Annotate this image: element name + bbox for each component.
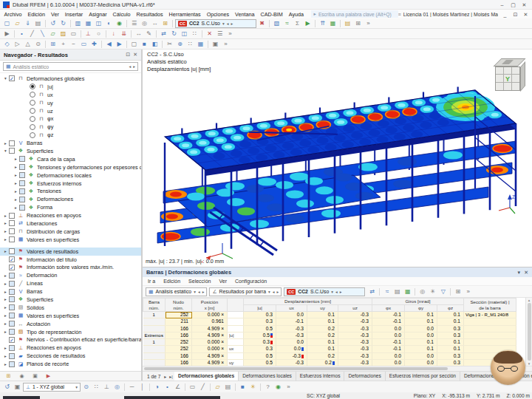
mdi-minimize-button[interactable]: _ [500,10,510,18]
tree-item[interactable]: ⊓ux [0,91,141,99]
close-panel-icon[interactable]: ✕ [133,52,137,58]
tree-item[interactable]: ▸❖Deformaciones locales [0,171,141,180]
model-viewport[interactable]: CC2 - S.C.Uso Análisis estático Desplaza… [143,50,532,267]
help-icon[interactable]: ? [263,383,273,392]
tree-item[interactable]: ⊓φx [0,115,141,123]
table-menu-edici-n[interactable]: Edición [163,279,180,284]
expander-icon[interactable]: ▸ [2,221,9,225]
rotate-icon[interactable]: ↻ [169,30,179,38]
tree-checkbox[interactable]: ✓ [9,265,15,270]
table-cell[interactable]: 0.1 [405,312,437,318]
tree-item[interactable]: ▸◪Planos de recorte [0,360,141,368]
expander-icon[interactable]: ▸ [2,214,9,218]
tree-item[interactable]: ▸❖Deformaciones [0,195,141,203]
minimize-button[interactable]: – [497,1,507,9]
table-cell[interactable]: 0.1 [307,318,338,325]
table-cell[interactable] [143,318,166,325]
load-case-combo[interactable]: CC CC2 S.C.Uso ▾ ◂ ▸ [175,19,256,28]
result-diagrams-icon[interactable]: ≈ [282,19,292,28]
expander-icon[interactable]: ▸ [2,141,9,146]
table-cell[interactable]: 0.3 [244,339,276,346]
expander-icon[interactable]: ▸ [13,205,19,210]
filter-table-icon[interactable]: ▽ [438,287,448,296]
menu-opciones[interactable]: Opciones [204,11,231,18]
zoom-out-icon[interactable]: − [69,40,78,49]
print-table-icon[interactable]: ▤ [392,287,402,296]
table-cell[interactable]: 0.1 [307,346,338,352]
expander-icon[interactable]: ▸ [13,173,19,177]
nodal-load-icon[interactable]: ↓ [109,30,118,38]
last-table-icon[interactable]: ▸| [168,374,174,379]
menu-asignar[interactable]: Asignar [86,11,109,18]
table-menu-ver[interactable]: Ver [219,279,227,284]
transparent-display-icon[interactable]: ◧ [150,40,160,49]
pin-icon[interactable]: ⊡ [126,52,130,58]
tree-checkbox[interactable] [9,345,15,351]
table-cell[interactable]: -0.3 [338,332,372,338]
next-table-icon[interactable]: ▸ [163,374,168,379]
table-cell[interactable]: -0.1 [372,346,405,352]
expander-icon[interactable]: ▾ [2,149,9,153]
tree-checkbox[interactable]: ✓ [9,75,15,81]
mdi-restore-button[interactable]: ⊡ [511,10,520,18]
tree-checkbox[interactable] [9,140,15,146]
pan-view-icon[interactable]: ✚ [89,40,99,49]
table-cell[interactable]: -0.3 [338,339,372,346]
expander-icon[interactable]: ▸ [2,282,9,286]
combo-dropdown-icon[interactable]: ▾ [331,290,333,294]
table-cell[interactable]: 0.3 [437,325,464,332]
tables-panel-icon[interactable]: ▦ [83,19,93,28]
table-cell[interactable]: -0.3 [338,352,372,359]
new-line-icon[interactable]: ╱ [27,30,37,38]
new-hinge-icon[interactable]: ○ [94,30,103,38]
mirror-icon[interactable]: ◫ [180,30,189,38]
osnap-midpoint-icon[interactable]: ◑ [152,383,162,392]
table-cell[interactable]: 0.1 [405,339,437,346]
table-menu-ir-a[interactable]: Ir a [148,279,155,284]
table-cell[interactable]: 0.1 [437,318,464,325]
zoom-in-icon[interactable]: + [58,40,68,49]
pattern-icon[interactable]: ∷ [190,30,200,38]
tree-item[interactable]: ▸⇄Liberaciones [0,219,141,228]
table-cell[interactable]: -0.3 [338,312,372,318]
table-cell[interactable]: 0.0 [276,346,307,352]
table-menu-selecci-n[interactable]: Selección [188,279,211,284]
new-support-icon[interactable]: ⊥ [83,30,93,38]
tree-item[interactable]: ▾❖Superficies [0,147,141,155]
combo-dropdown-icon[interactable]: ▾ [268,290,270,294]
sync-selection-icon[interactable]: ⇄ [367,287,377,296]
table-cell[interactable] [143,325,166,332]
combo-prev-icon[interactable]: ◂ [129,64,131,69]
tree-checkbox[interactable] [19,180,25,186]
polar-snap-icon[interactable]: ◎ [112,383,122,392]
table-cell[interactable]: 0.0 [276,339,307,346]
table-tab[interactable]: Deformaciones locales [239,372,296,381]
tree-item[interactable]: ✓⚑Información sobre valores máx./mín. [0,263,141,271]
blocks-icon[interactable]: ⊞ [160,19,170,28]
table-cell[interactable] [228,352,244,359]
combo-next-icon[interactable]: ▸ [277,290,279,294]
new-model-icon[interactable]: ▢ [2,19,12,28]
tree-item[interactable]: ▾✓⊓Deformaciones globales [0,75,141,83]
table-cell[interactable]: 252 [166,346,192,352]
tree-item[interactable]: ▸╱Líneas [0,279,141,287]
expander-icon[interactable]: ▾ [2,76,9,81]
tree-checkbox[interactable] [9,281,15,287]
table-cell[interactable]: 0.1 [405,346,437,352]
tree-item[interactable]: ▸⚑Valores de resultados [0,248,141,256]
view-in-x-icon[interactable]: ▷ [13,40,22,49]
tree-checkbox[interactable]: ✓ [9,256,15,262]
undo-view-icon[interactable]: ↺ [2,383,12,392]
user-views-icon[interactable]: ▣ [211,40,220,49]
ortho-mode-icon[interactable]: ⊥ [102,383,112,392]
table-cell[interactable]: -0.3 [338,318,372,325]
table-cell[interactable]: 0.0 [405,325,437,332]
tree-item[interactable]: ▸❖Superficies [0,296,141,304]
tree-item[interactable]: ✓⚑Nervios - Contribución eficaz en super… [0,336,141,344]
expander-icon[interactable]: ▸ [2,297,9,301]
table-menu-configuraci-n[interactable]: Configuración [235,279,267,284]
display-navigator-tab[interactable]: ◉ [18,372,26,381]
tree-item[interactable]: ⊓uz [0,107,141,115]
tree-checkbox[interactable] [9,329,15,335]
menu-edici-n[interactable]: Edición [25,11,48,18]
